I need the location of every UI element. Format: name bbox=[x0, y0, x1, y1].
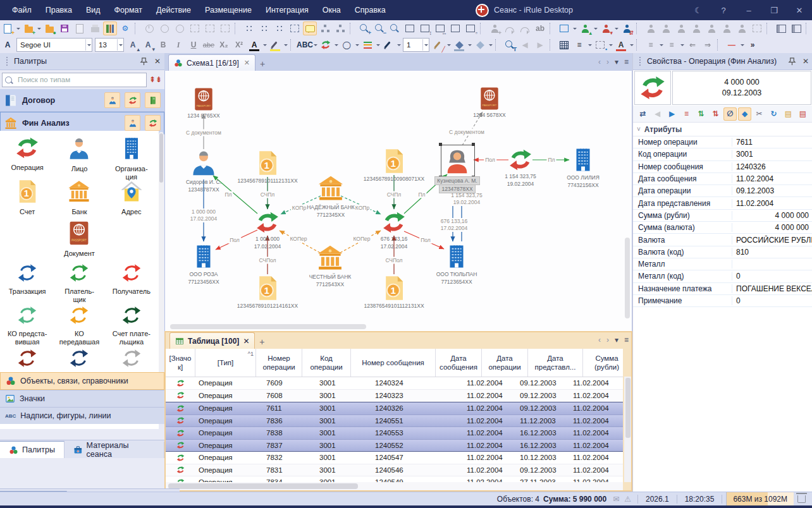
attribute-filter-button[interactable]: ⇄ bbox=[636, 107, 649, 121]
text-decor-red-button[interactable]: A bbox=[614, 38, 628, 52]
chevron-down-icon[interactable] bbox=[613, 21, 619, 35]
chevron-down-icon[interactable] bbox=[488, 38, 493, 52]
add-entity-up-button[interactable]: ▴ bbox=[578, 21, 592, 35]
fit-frame-button[interactable] bbox=[448, 21, 462, 35]
highlight-color-button[interactable] bbox=[268, 38, 282, 52]
add-entity-down-button[interactable]: ▾ bbox=[599, 21, 613, 35]
fill-color-button[interactable] bbox=[452, 38, 466, 52]
save-attributes-button[interactable]: ▤ bbox=[782, 107, 795, 121]
prev-object-button[interactable]: ◀ bbox=[651, 107, 664, 121]
column-header[interactable]: Код операции bbox=[302, 349, 351, 377]
subscript-button[interactable]: X₂ bbox=[217, 38, 231, 52]
spread-nodes-button[interactable] bbox=[242, 21, 256, 35]
find-next-button[interactable]: ▶ bbox=[533, 38, 547, 52]
merge-link-1-button[interactable] bbox=[503, 21, 517, 35]
palette-item-Счет[interactable]: Счет bbox=[1, 179, 53, 218]
node-man[interactable] bbox=[189, 148, 218, 178]
tab-next-icon[interactable]: › bbox=[606, 57, 609, 66]
attribute-value[interactable]: 11.02.2004 bbox=[732, 174, 812, 183]
zoom-out-button[interactable]: − bbox=[372, 21, 386, 35]
search-input[interactable] bbox=[16, 75, 144, 84]
table-row[interactable]: Операция76093001124032411.02.200409.12.2… bbox=[166, 377, 623, 390]
assign-type-button[interactable]: ≡ bbox=[680, 107, 693, 121]
tab-Материалы сеанса[interactable]: Материалы сеанса bbox=[65, 442, 164, 458]
print-button[interactable] bbox=[88, 21, 102, 35]
pin-icon[interactable] bbox=[137, 54, 151, 68]
attribute-value[interactable]: 810 bbox=[732, 248, 812, 257]
warning-icon[interactable]: ⚠ bbox=[624, 495, 631, 504]
attribute-value[interactable]: 0 bbox=[732, 296, 812, 305]
menu-Правка[interactable]: Правка bbox=[39, 0, 79, 20]
group-bar-Значки[interactable]: Значки bbox=[0, 390, 164, 407]
section-person-button[interactable] bbox=[125, 115, 140, 131]
paste-entity-button[interactable] bbox=[659, 21, 673, 35]
ungroup-entities-button[interactable] bbox=[704, 21, 718, 35]
fit-width-button[interactable]: ↔ bbox=[433, 21, 447, 35]
palette-item-Документ[interactable]: Документ bbox=[53, 221, 105, 260]
open-session-folder-button[interactable]: ● bbox=[42, 21, 56, 35]
palette-item-Организа-ция[interactable]: Организа- ция bbox=[106, 136, 157, 176]
palette-item-Банк[interactable]: Банк bbox=[53, 179, 105, 218]
attribute-value[interactable]: 11.02.2004 bbox=[732, 199, 812, 208]
zoom-in-button[interactable]: + bbox=[357, 21, 371, 35]
chevron-down-icon[interactable] bbox=[15, 21, 21, 35]
font-name-combo[interactable]: Segoe UI bbox=[16, 38, 92, 52]
chevron-down-icon[interactable] bbox=[658, 38, 664, 52]
chevron-down-icon[interactable] bbox=[262, 38, 268, 52]
scrollbar-thumb[interactable] bbox=[159, 133, 163, 183]
new-tab-button[interactable]: + bbox=[255, 335, 269, 349]
entity-levels-button[interactable]: ⇵ bbox=[620, 21, 634, 35]
font-size-combo[interactable]: 13 bbox=[95, 38, 124, 52]
chevron-down-icon[interactable] bbox=[283, 38, 288, 52]
chevron-down-icon[interactable] bbox=[593, 21, 598, 35]
unknown-value-button[interactable]: ◆ bbox=[738, 107, 751, 121]
tab-Палитры[interactable]: Палитры bbox=[0, 441, 65, 458]
table-row[interactable]: Операция78373001124055211.02.200416.12.2… bbox=[166, 440, 623, 452]
chevron-down-icon[interactable] bbox=[587, 38, 593, 52]
node-org[interactable] bbox=[570, 147, 596, 173]
section-bookg-button[interactable] bbox=[145, 92, 161, 108]
attribute-value[interactable]: 09.12.2003 bbox=[732, 186, 812, 195]
palette-item-Получатель[interactable]: Получатель bbox=[106, 262, 157, 303]
column-header[interactable]: Дата представл... bbox=[528, 349, 583, 377]
table-row[interactable]: Операция78313001124054611.02.200409.12.2… bbox=[166, 464, 623, 477]
bold-button[interactable]: B bbox=[156, 38, 170, 52]
compact-nodes-button[interactable] bbox=[273, 21, 286, 35]
node-account[interactable] bbox=[381, 148, 407, 174]
node-op[interactable] bbox=[508, 148, 532, 172]
expand-rows-button[interactable]: ⇅ bbox=[694, 107, 708, 121]
chevron-down-icon[interactable] bbox=[679, 38, 685, 52]
column-header[interactable]: Дата операции bbox=[482, 349, 528, 377]
link-type-lines-button[interactable] bbox=[360, 38, 374, 52]
close-icon[interactable]: ✕ bbox=[151, 54, 164, 68]
attribute-value[interactable]: 1240326 bbox=[732, 162, 812, 171]
no-line-button[interactable]: ╱ bbox=[431, 38, 445, 52]
next-object-button[interactable]: ▶ bbox=[665, 107, 679, 121]
close-tab-icon[interactable]: ✕ bbox=[243, 337, 249, 346]
attribute-value[interactable]: 3001 bbox=[732, 150, 812, 159]
close-tab-icon[interactable]: ✕ bbox=[244, 59, 250, 67]
chevron-down-icon[interactable] bbox=[333, 38, 339, 52]
history-clock-button[interactable] bbox=[142, 21, 156, 35]
table-row[interactable]: Операция76113001124032611.02.200409.12.2… bbox=[166, 402, 623, 415]
scrollbar-thumb[interactable] bbox=[625, 378, 631, 438]
session-manager-button[interactable] bbox=[103, 21, 117, 35]
palette-item-Адрес[interactable]: Адрес bbox=[106, 179, 157, 218]
embed-entity-button[interactable] bbox=[750, 21, 764, 35]
group-bar-Объекты, связи, справочники[interactable]: Объекты, связи, справочники bbox=[0, 372, 164, 390]
underline-button[interactable]: U bbox=[187, 38, 200, 52]
palette-item-Лицо[interactable]: Лицо bbox=[53, 136, 105, 176]
palette-item-Операция[interactable]: Операция bbox=[1, 136, 53, 176]
attribute-value[interactable]: 4 000 000 bbox=[732, 211, 812, 220]
comment-bubble-button[interactable] bbox=[303, 21, 317, 35]
scrollbar-thumb[interactable] bbox=[168, 483, 358, 489]
group-entities-button[interactable] bbox=[689, 21, 703, 35]
attribute-value[interactable]: РОССИЙСКИЕ РУБЛИ bbox=[732, 236, 812, 245]
palette-item-Транзакция[interactable]: Транзакция bbox=[1, 262, 53, 303]
indent-decrease-button[interactable]: ⇐ bbox=[686, 38, 699, 52]
canvas-hscrollbar-thumb[interactable] bbox=[170, 324, 366, 329]
chevron-down-icon[interactable] bbox=[375, 38, 381, 52]
table-row[interactable]: Операция78343001124054911.02.200427.11.2… bbox=[166, 476, 623, 482]
copy-entity-button[interactable] bbox=[644, 21, 658, 35]
tab-table[interactable]: Таблица [100] ✕ bbox=[169, 332, 255, 349]
